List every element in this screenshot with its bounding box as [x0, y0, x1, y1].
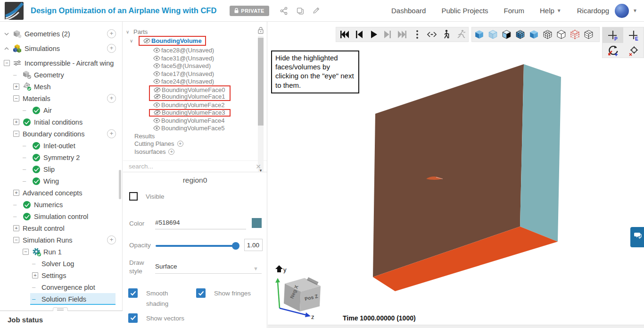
copy-icon[interactable] [296, 7, 304, 15]
eye-off-icon[interactable] [143, 38, 151, 43]
checkbox-show-fringes[interactable] [196, 288, 206, 298]
sidebar-item-wing[interactable]: –Wing [0, 175, 122, 187]
skip-to-end-icon[interactable] [397, 29, 408, 40]
sidebar-item-materials[interactable]: −Materials+ [0, 93, 122, 104]
tree-expander[interactable]: + [13, 225, 23, 231]
opacity-value-field[interactable]: 1.00 [244, 239, 263, 251]
view-mode-transparent-icon[interactable] [487, 29, 499, 41]
color-swatch[interactable] [252, 218, 262, 228]
step-back-icon[interactable] [353, 29, 364, 40]
support-chat-button[interactable] [630, 227, 644, 247]
share-icon[interactable] [280, 7, 288, 15]
add-button[interactable]: + [107, 235, 116, 244]
parts-item-isosurfaces[interactable]: Isosurfaces+ [123, 148, 256, 156]
play-icon[interactable] [368, 29, 379, 40]
tree-expander[interactable]: − [4, 60, 13, 66]
tree-expander[interactable]: – [23, 177, 32, 185]
parts-scrollbar-thumb[interactable] [258, 38, 264, 126]
clear-search-icon[interactable]: ✕ [256, 163, 261, 170]
eye-icon[interactable] [153, 71, 161, 76]
tree-expander[interactable]: – [23, 166, 32, 173]
tree-chevron-icon[interactable]: ∨ [126, 29, 133, 34]
view-mode-surface-with-edges-icon[interactable] [501, 29, 512, 41]
parts-item-face28-unsaved-[interactable]: face28@(Unsaved) [123, 47, 256, 55]
tree-expander[interactable]: + [13, 84, 23, 90]
fit-range-icon[interactable] [426, 29, 438, 40]
sidebar-item-simulations[interactable]: Simulations+ [0, 42, 122, 54]
tree-expander[interactable]: + [13, 119, 23, 125]
eye-off-icon[interactable] [154, 94, 162, 99]
nav-item-help[interactable]: Help▼ [540, 7, 561, 15]
opacity-slider[interactable] [156, 245, 239, 247]
draw-style-select[interactable]: Surface [155, 263, 177, 270]
tree-expander[interactable]: – [23, 142, 32, 149]
sidebar-item-inlet-outlet[interactable]: –Inlet-outlet [0, 140, 122, 151]
eye-icon[interactable] [153, 56, 161, 61]
parts-scrollbar[interactable]: ▼ [258, 36, 264, 174]
sidebar-item-boundary-conditions[interactable]: −Boundary conditions+ [0, 128, 122, 140]
sidebar-item-run-1[interactable]: −Run 1 [0, 246, 122, 258]
parts-item-cutting-planes[interactable]: Cutting Planes+ [123, 140, 256, 148]
eye-off-icon[interactable] [154, 87, 162, 93]
sidebar-item-convergence-plot[interactable]: –Convergence plot [0, 281, 122, 293]
tree-expander[interactable] [4, 31, 13, 37]
sidebar-item-incompressible-aircraft-wing[interactable]: −Incompressible - Aircraft wing [0, 57, 122, 69]
tree-expander[interactable]: + [13, 190, 23, 196]
nav-item-forum[interactable]: Forum [504, 7, 524, 15]
lock-panel-icon[interactable] [257, 26, 264, 36]
add-button[interactable]: + [107, 129, 116, 138]
add-circle-icon[interactable]: + [168, 149, 174, 155]
eye-icon[interactable] [153, 118, 161, 123]
view-mode-solid-shaded-icon[interactable] [528, 29, 540, 41]
more-options-icon[interactable] [412, 29, 423, 40]
nav-item-public-projects[interactable]: Public Projects [441, 7, 488, 15]
nav-item-dashboard[interactable]: Dashboard [391, 7, 426, 15]
eye-icon[interactable] [153, 79, 161, 84]
tree-expander[interactable]: – [13, 71, 23, 78]
view-mode-hidden-line-icon[interactable] [583, 29, 594, 41]
eye-icon[interactable] [153, 48, 161, 53]
parts-item-boundingvolumeface5[interactable]: BoundingVolumeFace5 [123, 125, 256, 133]
parts-item-parts[interactable]: ∨Parts [123, 28, 256, 36]
color-value-field[interactable]: #518694 [155, 219, 246, 229]
edit-pencil-icon[interactable] [312, 7, 320, 15]
add-button[interactable]: + [107, 94, 116, 103]
tree-expander[interactable]: − [13, 131, 23, 137]
view-mode-surface-mesh-icon[interactable] [514, 29, 526, 41]
tree-expander[interactable]: − [23, 249, 32, 255]
tree-expander[interactable]: – [23, 107, 32, 114]
parts-item-boundingvolume[interactable]: ∨BoundingVolume [123, 36, 256, 46]
tree-expander[interactable]: – [32, 284, 41, 291]
center-of-rotation-icon[interactable] [627, 45, 640, 57]
view-mode-point-cloud-icon[interactable] [569, 29, 581, 41]
tree-expander[interactable]: – [23, 154, 32, 161]
sidebar-item-air[interactable]: –Air [0, 104, 122, 116]
tree-expander[interactable]: – [32, 260, 41, 267]
view-mode-wireframe-mesh-icon[interactable] [542, 29, 553, 41]
parts-item-face5-unsaved-[interactable]: face5@(Unsaved) [123, 62, 256, 70]
eye-icon[interactable] [153, 63, 161, 68]
viewport-horizontal-scrollbar[interactable] [268, 325, 644, 328]
view-mode-solid-icon[interactable] [473, 29, 485, 41]
tree-expander[interactable] [4, 46, 13, 51]
parts-item-boundingvolumeface3[interactable]: BoundingVolumeFace3 [123, 109, 256, 117]
eye-off-icon[interactable] [154, 110, 162, 115]
sidebar-item-solution-fields[interactable]: –Solution Fields [0, 293, 122, 305]
sidebar-item-geometries-2-[interactable]: Geometries (2)+ [0, 28, 122, 40]
checkbox-show-vectors[interactable] [128, 313, 138, 323]
sidebar-item-slip[interactable]: –Slip [0, 163, 122, 175]
walk-mode-icon[interactable] [441, 29, 452, 40]
tree-expander[interactable]: − [13, 237, 23, 243]
rotate-camera-icon[interactable] [606, 44, 619, 58]
user-avatar[interactable] [615, 4, 629, 18]
sidebar-item-mesh[interactable]: +Mesh [0, 81, 122, 93]
sidebar-item-result-control[interactable]: +Result control [0, 222, 122, 234]
eye-icon[interactable] [153, 102, 161, 108]
parts-item-boundingvolumeface1[interactable]: BoundingVolumeFace1 [123, 93, 256, 101]
step-forward-icon[interactable] [382, 29, 394, 40]
sidebar-item-initial-conditions[interactable]: +Initial conditions [0, 116, 122, 128]
probe-element-icon[interactable]: E [627, 29, 640, 42]
sidebar-scrollbar[interactable] [119, 170, 121, 199]
sidebar-item-geometry[interactable]: –Geometry [0, 69, 122, 81]
sidebar-item-solver-log[interactable]: –Solver Log [0, 258, 122, 269]
